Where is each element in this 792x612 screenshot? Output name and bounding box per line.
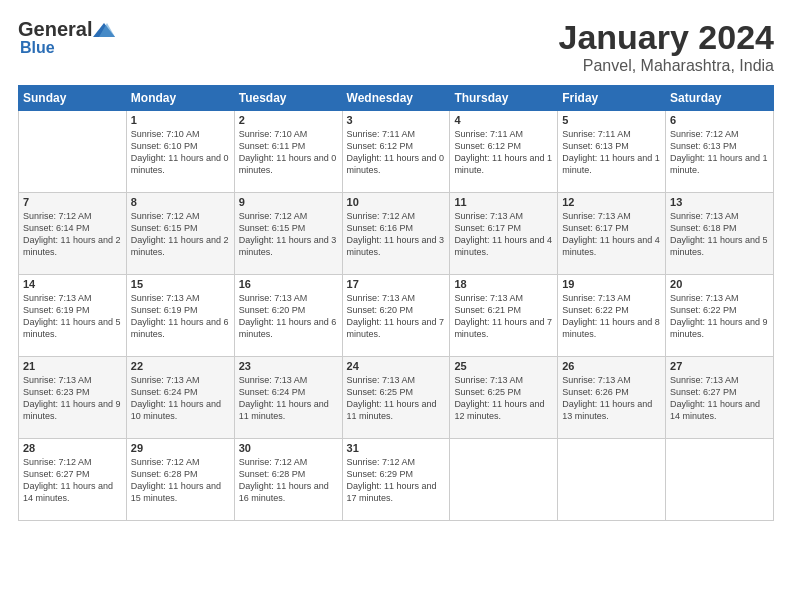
day-info: Sunrise: 7:12 AM Sunset: 6:28 PM Dayligh… [239,456,338,505]
day-number: 18 [454,278,553,290]
day-info: Sunrise: 7:11 AM Sunset: 6:13 PM Dayligh… [562,128,661,177]
day-info: Sunrise: 7:10 AM Sunset: 6:10 PM Dayligh… [131,128,230,177]
calendar-cell: 16Sunrise: 7:13 AM Sunset: 6:20 PM Dayli… [234,275,342,357]
day-info: Sunrise: 7:13 AM Sunset: 6:24 PM Dayligh… [131,374,230,423]
day-info: Sunrise: 7:12 AM Sunset: 6:14 PM Dayligh… [23,210,122,259]
col-wednesday: Wednesday [342,86,450,111]
col-thursday: Thursday [450,86,558,111]
day-info: Sunrise: 7:12 AM Sunset: 6:29 PM Dayligh… [347,456,446,505]
day-info: Sunrise: 7:13 AM Sunset: 6:21 PM Dayligh… [454,292,553,341]
day-number: 11 [454,196,553,208]
day-number: 13 [670,196,769,208]
calendar-cell: 6Sunrise: 7:12 AM Sunset: 6:13 PM Daylig… [666,111,774,193]
calendar-cell: 11Sunrise: 7:13 AM Sunset: 6:17 PM Dayli… [450,193,558,275]
day-number: 15 [131,278,230,290]
calendar-week-5: 28Sunrise: 7:12 AM Sunset: 6:27 PM Dayli… [19,439,774,521]
day-number: 10 [347,196,446,208]
col-sunday: Sunday [19,86,127,111]
calendar-cell: 31Sunrise: 7:12 AM Sunset: 6:29 PM Dayli… [342,439,450,521]
calendar-cell [19,111,127,193]
calendar-cell: 12Sunrise: 7:13 AM Sunset: 6:17 PM Dayli… [558,193,666,275]
day-info: Sunrise: 7:13 AM Sunset: 6:22 PM Dayligh… [562,292,661,341]
day-number: 21 [23,360,122,372]
day-number: 17 [347,278,446,290]
day-info: Sunrise: 7:13 AM Sunset: 6:24 PM Dayligh… [239,374,338,423]
day-number: 23 [239,360,338,372]
calendar-cell: 24Sunrise: 7:13 AM Sunset: 6:25 PM Dayli… [342,357,450,439]
header-row: Sunday Monday Tuesday Wednesday Thursday… [19,86,774,111]
day-info: Sunrise: 7:13 AM Sunset: 6:17 PM Dayligh… [562,210,661,259]
day-number: 19 [562,278,661,290]
calendar-week-3: 14Sunrise: 7:13 AM Sunset: 6:19 PM Dayli… [19,275,774,357]
calendar-cell: 21Sunrise: 7:13 AM Sunset: 6:23 PM Dayli… [19,357,127,439]
day-number: 28 [23,442,122,454]
day-info: Sunrise: 7:13 AM Sunset: 6:17 PM Dayligh… [454,210,553,259]
title-area: January 2024 Panvel, Maharashtra, India [559,18,775,75]
day-number: 20 [670,278,769,290]
calendar-cell: 9Sunrise: 7:12 AM Sunset: 6:15 PM Daylig… [234,193,342,275]
calendar-cell: 18Sunrise: 7:13 AM Sunset: 6:21 PM Dayli… [450,275,558,357]
day-number: 7 [23,196,122,208]
day-info: Sunrise: 7:13 AM Sunset: 6:27 PM Dayligh… [670,374,769,423]
calendar-week-1: 1Sunrise: 7:10 AM Sunset: 6:10 PM Daylig… [19,111,774,193]
day-number: 27 [670,360,769,372]
day-number: 1 [131,114,230,126]
calendar-cell: 4Sunrise: 7:11 AM Sunset: 6:12 PM Daylig… [450,111,558,193]
day-info: Sunrise: 7:11 AM Sunset: 6:12 PM Dayligh… [454,128,553,177]
calendar-week-4: 21Sunrise: 7:13 AM Sunset: 6:23 PM Dayli… [19,357,774,439]
calendar-cell: 19Sunrise: 7:13 AM Sunset: 6:22 PM Dayli… [558,275,666,357]
calendar-page: General Blue January 2024 Panvel, Mahara… [0,0,792,612]
day-info: Sunrise: 7:13 AM Sunset: 6:26 PM Dayligh… [562,374,661,423]
location-title: Panvel, Maharashtra, India [559,57,775,75]
day-info: Sunrise: 7:13 AM Sunset: 6:25 PM Dayligh… [347,374,446,423]
day-info: Sunrise: 7:13 AM Sunset: 6:22 PM Dayligh… [670,292,769,341]
calendar-cell: 27Sunrise: 7:13 AM Sunset: 6:27 PM Dayli… [666,357,774,439]
day-info: Sunrise: 7:13 AM Sunset: 6:19 PM Dayligh… [23,292,122,341]
day-info: Sunrise: 7:13 AM Sunset: 6:23 PM Dayligh… [23,374,122,423]
day-number: 5 [562,114,661,126]
col-tuesday: Tuesday [234,86,342,111]
calendar-cell: 22Sunrise: 7:13 AM Sunset: 6:24 PM Dayli… [126,357,234,439]
calendar-cell: 29Sunrise: 7:12 AM Sunset: 6:28 PM Dayli… [126,439,234,521]
day-info: Sunrise: 7:10 AM Sunset: 6:11 PM Dayligh… [239,128,338,177]
calendar-cell: 25Sunrise: 7:13 AM Sunset: 6:25 PM Dayli… [450,357,558,439]
day-number: 14 [23,278,122,290]
day-info: Sunrise: 7:12 AM Sunset: 6:15 PM Dayligh… [131,210,230,259]
day-info: Sunrise: 7:13 AM Sunset: 6:19 PM Dayligh… [131,292,230,341]
day-number: 24 [347,360,446,372]
day-number: 9 [239,196,338,208]
calendar-cell: 23Sunrise: 7:13 AM Sunset: 6:24 PM Dayli… [234,357,342,439]
day-info: Sunrise: 7:12 AM Sunset: 6:13 PM Dayligh… [670,128,769,177]
day-info: Sunrise: 7:12 AM Sunset: 6:28 PM Dayligh… [131,456,230,505]
calendar-cell [558,439,666,521]
day-info: Sunrise: 7:12 AM Sunset: 6:15 PM Dayligh… [239,210,338,259]
calendar-cell: 2Sunrise: 7:10 AM Sunset: 6:11 PM Daylig… [234,111,342,193]
calendar-cell: 10Sunrise: 7:12 AM Sunset: 6:16 PM Dayli… [342,193,450,275]
day-number: 26 [562,360,661,372]
day-info: Sunrise: 7:13 AM Sunset: 6:20 PM Dayligh… [347,292,446,341]
day-number: 8 [131,196,230,208]
col-monday: Monday [126,86,234,111]
calendar-cell: 5Sunrise: 7:11 AM Sunset: 6:13 PM Daylig… [558,111,666,193]
day-number: 3 [347,114,446,126]
day-number: 29 [131,442,230,454]
day-number: 31 [347,442,446,454]
calendar-week-2: 7Sunrise: 7:12 AM Sunset: 6:14 PM Daylig… [19,193,774,275]
day-info: Sunrise: 7:11 AM Sunset: 6:12 PM Dayligh… [347,128,446,177]
col-friday: Friday [558,86,666,111]
day-info: Sunrise: 7:13 AM Sunset: 6:20 PM Dayligh… [239,292,338,341]
calendar-cell: 1Sunrise: 7:10 AM Sunset: 6:10 PM Daylig… [126,111,234,193]
day-number: 25 [454,360,553,372]
calendar-table: Sunday Monday Tuesday Wednesday Thursday… [18,85,774,521]
day-number: 2 [239,114,338,126]
calendar-cell [450,439,558,521]
day-number: 30 [239,442,338,454]
header: General Blue January 2024 Panvel, Mahara… [18,18,774,75]
calendar-cell: 13Sunrise: 7:13 AM Sunset: 6:18 PM Dayli… [666,193,774,275]
day-number: 22 [131,360,230,372]
month-title: January 2024 [559,18,775,57]
col-saturday: Saturday [666,86,774,111]
calendar-cell: 8Sunrise: 7:12 AM Sunset: 6:15 PM Daylig… [126,193,234,275]
day-info: Sunrise: 7:13 AM Sunset: 6:25 PM Dayligh… [454,374,553,423]
day-info: Sunrise: 7:13 AM Sunset: 6:18 PM Dayligh… [670,210,769,259]
